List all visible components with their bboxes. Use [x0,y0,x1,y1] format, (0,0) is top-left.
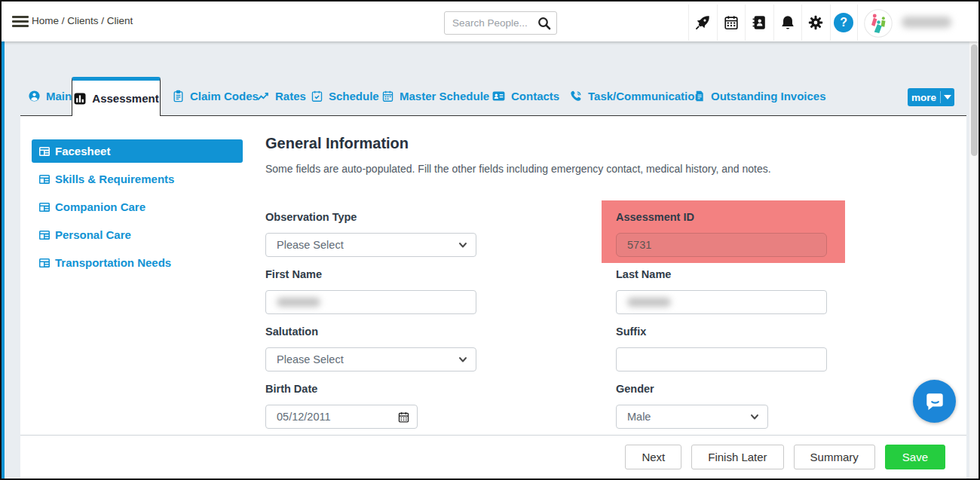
chevron-down-icon [457,239,469,253]
user-name-redacted[interactable] [902,17,951,28]
field-birth-date: Birth Date 05/12/2011 [265,382,476,429]
tab-task-communication[interactable]: Task/Communication [570,77,702,115]
tab-contacts[interactable]: Contacts [492,77,559,115]
app-window: Home / Clients / Client [0,0,980,480]
phone-icon [570,90,583,102]
form-card-icon [39,147,50,156]
help-icon[interactable]: ? [830,5,859,41]
tab-assessment[interactable]: Assessment [72,77,161,116]
page-subtitle: Some fields are auto-populated. Fill the… [265,163,771,175]
breadcrumb[interactable]: Home / Clients / Client [32,15,133,26]
top-header: Home / Clients / Client [2,2,978,41]
rocket-icon[interactable] [688,5,717,41]
tab-main[interactable]: Main [28,77,72,115]
search-box [444,11,557,35]
summary-button[interactable]: Summary [794,445,875,469]
sidebar-item-transportation-needs[interactable]: Transportation Needs [32,251,243,274]
user-icon [28,90,41,102]
gear-icon[interactable] [801,5,830,41]
bar-chart-icon [73,92,87,105]
field-suffix: Suffix [616,325,827,371]
chat-launcher-button[interactable] [913,380,956,423]
field-salutation: Salutation Please Select [265,325,476,371]
calendar-icon[interactable] [717,5,746,41]
redacted-last-name [627,298,671,307]
chevron-down-icon [457,353,469,368]
last-name-input[interactable] [616,290,827,314]
trend-icon [256,90,270,103]
help-glyph: ? [834,13,853,32]
field-last-name: Last Name [616,268,827,314]
form-card-icon [39,231,50,240]
calendar-grid-icon [381,90,394,102]
sidebar-item-facesheet[interactable]: Facesheet [32,139,243,163]
gender-select[interactable]: Male [616,405,768,429]
header-action-icons: ? [688,5,858,41]
field-first-name: First Name [265,268,476,314]
suffix-input[interactable] [616,347,827,371]
observation-type-select[interactable]: Please Select [265,233,476,257]
form-card-icon [39,203,50,212]
id-card-icon [492,89,506,103]
client-tabs: Main Assessment Claim Codes Rates Schedu… [2,77,969,115]
bell-icon[interactable] [773,5,802,41]
scrollbar-thumb[interactable] [971,44,978,156]
tab-schedule[interactable]: Schedule [311,77,379,115]
tab-outstanding-invoices[interactable]: Outstanding Invoices [694,77,826,115]
first-name-input[interactable] [265,290,476,314]
form-footer: Next Finish Later Summary Save [20,435,966,478]
app-logo [864,9,893,38]
tab-rates[interactable]: Rates [256,77,306,115]
contacts-book-icon[interactable] [745,5,773,41]
assessment-panel: Facesheet Skills & Requirements Companio… [20,115,966,478]
invoice-icon [694,90,706,102]
chevron-down-icon [941,95,954,99]
tab-master-schedule[interactable]: Master Schedule [381,77,489,115]
page-scrollbar [969,41,978,478]
assessment-id-input[interactable]: 5731 [616,233,827,257]
sidebar-item-skills-requirements[interactable]: Skills & Requirements [32,167,243,191]
form-card-icon [39,175,50,184]
search-icon[interactable] [537,16,552,34]
salutation-select[interactable]: Please Select [265,347,476,371]
chat-bubble-icon [923,390,946,413]
tab-claim-codes[interactable]: Claim Codes [172,77,259,115]
field-observation-type: Observation Type Please Select [265,210,476,257]
sidebar-item-companion-care[interactable]: Companion Care [32,195,243,219]
save-button[interactable]: Save [885,445,945,469]
clipboard-icon [172,90,185,102]
redacted-first-name [277,298,320,307]
next-button[interactable]: Next [625,445,681,469]
chevron-down-icon [749,411,761,425]
page-title: General Information [265,135,409,152]
more-tabs-button[interactable]: more [908,88,954,106]
calendar-check-icon [311,90,323,102]
form-card-icon [39,258,50,268]
birth-date-input[interactable]: 05/12/2011 [265,405,418,429]
facesheet-sidenav: Facesheet Skills & Requirements Companio… [32,139,243,279]
sidebar-item-personal-care[interactable]: Personal Care [32,223,243,246]
finish-later-button[interactable]: Finish Later [691,445,783,469]
hamburger-menu-icon[interactable] [12,16,29,27]
field-gender: Gender Male [616,382,827,429]
calendar-icon[interactable] [397,411,410,426]
field-assessment-id: Assessment ID 5731 [616,210,827,257]
